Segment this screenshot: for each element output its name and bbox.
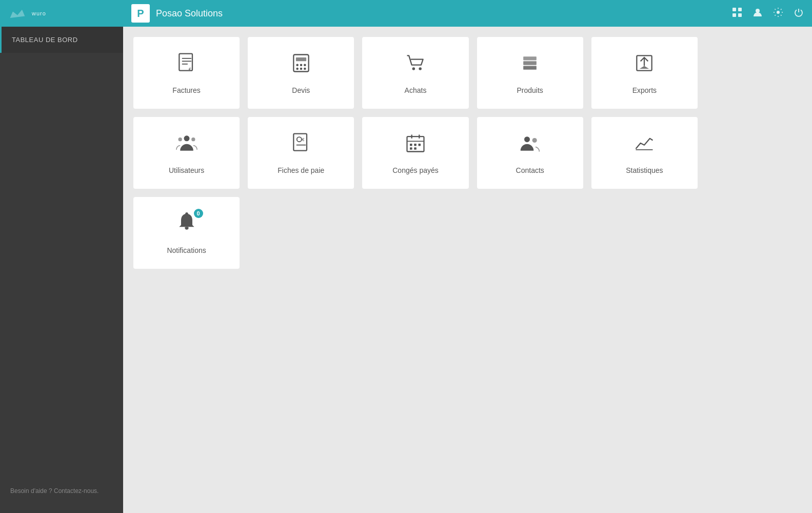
tile-devis[interactable]: Devis [248, 37, 354, 109]
svg-rect-5 [738, 13, 742, 17]
tile-factures-label: Factures [172, 86, 200, 94]
tile-notifications[interactable]: 0 Notifications [133, 197, 240, 269]
tile-notifications-label: Notifications [167, 246, 206, 254]
main-content: € Factures Devis Achats [123, 27, 812, 513]
svg-point-44 [524, 136, 530, 142]
bell-icon: 0 [175, 212, 198, 239]
payslip-icon: € [290, 132, 312, 159]
svg-point-20 [304, 67, 306, 70]
brand-logo-box: P [131, 4, 150, 23]
wuro-crown-icon [8, 4, 27, 23]
svg-point-21 [412, 67, 415, 70]
svg-point-19 [300, 67, 302, 70]
svg-text:€: € [188, 66, 191, 71]
tile-achats-label: Achats [405, 86, 427, 94]
svg-rect-43 [414, 147, 417, 150]
tile-statistiques-label: Statistiques [626, 166, 663, 174]
user-nav-icon[interactable] [752, 7, 763, 20]
svg-point-6 [756, 9, 760, 13]
svg-rect-40 [414, 143, 417, 146]
svg-point-18 [296, 67, 299, 70]
cart-icon [404, 52, 427, 79]
svg-point-28 [184, 135, 189, 141]
main-layout: Tableau de bord Besoin d'aide ? Contacte… [0, 27, 812, 513]
svg-rect-23 [523, 66, 537, 69]
tiles-grid: € Factures Devis Achats [133, 37, 698, 269]
svg-point-7 [777, 11, 780, 14]
svg-point-32 [297, 137, 302, 142]
tile-factures[interactable]: € Factures [133, 37, 240, 109]
svg-point-22 [419, 67, 422, 70]
svg-rect-47 [185, 227, 188, 229]
tile-fiches-de-paie[interactable]: € Fiches de paie [248, 117, 354, 189]
svg-text:€: € [302, 137, 305, 142]
tile-achats[interactable]: Achats [362, 37, 468, 109]
svg-rect-2 [732, 8, 736, 11]
nav-actions [732, 7, 804, 20]
tile-utilisateurs[interactable]: Utilisateurs [133, 117, 240, 189]
svg-point-48 [185, 212, 188, 215]
tile-contacts-label: Contacts [516, 166, 544, 174]
sidebar-logo-area: wuro [8, 4, 131, 23]
notification-badge: 0 [194, 209, 203, 218]
invoice-icon: € [175, 52, 198, 79]
export-icon [633, 52, 656, 79]
tile-devis-label: Devis [292, 86, 310, 94]
svg-point-30 [191, 137, 195, 141]
svg-rect-39 [410, 143, 412, 146]
tile-utilisateurs-label: Utilisateurs [169, 166, 204, 174]
svg-rect-31 [293, 133, 307, 150]
tile-fiches-de-paie-label: Fiches de paie [278, 166, 324, 174]
tile-conges-payes-label: Congés payés [392, 166, 439, 174]
svg-rect-42 [410, 147, 412, 150]
sidebar-item-tableau-de-bord[interactable]: Tableau de bord [0, 27, 123, 53]
stats-icon [633, 132, 656, 159]
tile-exports[interactable]: Exports [591, 37, 698, 109]
svg-rect-41 [418, 143, 421, 146]
power-nav-icon[interactable] [794, 7, 804, 20]
wuro-logo-text: wuro [32, 10, 46, 16]
svg-point-15 [296, 64, 299, 66]
svg-point-16 [300, 64, 302, 66]
top-navigation: wuro P Posao Solutions [0, 0, 812, 27]
calendar-icon [404, 132, 427, 159]
svg-point-45 [532, 137, 537, 142]
tile-statistiques[interactable]: Statistiques [591, 117, 698, 189]
brand-area: P Posao Solutions [131, 4, 732, 23]
tile-conges-payes[interactable]: Congés payés [362, 117, 468, 189]
settings-nav-icon[interactable] [773, 7, 783, 20]
svg-rect-3 [738, 8, 742, 11]
tile-produits[interactable]: Produits [477, 37, 583, 109]
calculator-icon [290, 52, 312, 79]
svg-rect-24 [523, 61, 537, 65]
svg-rect-4 [732, 13, 736, 17]
svg-point-29 [178, 137, 182, 141]
users-icon [175, 132, 198, 159]
tile-exports-label: Exports [632, 86, 657, 94]
svg-rect-14 [296, 57, 306, 61]
grid-nav-icon[interactable] [732, 7, 742, 20]
contacts-icon [519, 132, 541, 159]
brand-title: Posao Solutions [156, 8, 223, 19]
stack-icon [519, 52, 541, 79]
sidebar-help-text: Besoin d'aide ? Contactez-nous. [0, 479, 123, 503]
svg-point-17 [304, 64, 306, 66]
tile-produits-label: Produits [517, 86, 543, 94]
tile-contacts[interactable]: Contacts [477, 117, 583, 189]
sidebar: Tableau de bord Besoin d'aide ? Contacte… [0, 27, 123, 513]
svg-rect-25 [523, 56, 537, 60]
